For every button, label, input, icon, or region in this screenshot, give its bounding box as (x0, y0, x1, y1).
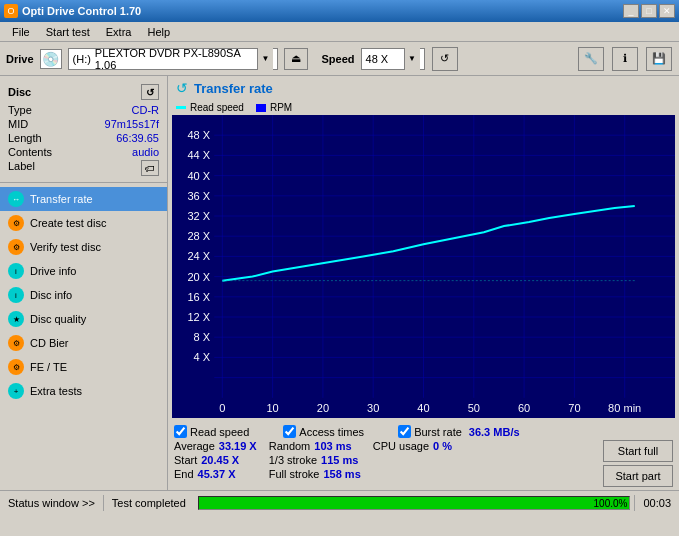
eject-button[interactable]: ⏏ (284, 48, 308, 70)
main-content: Disc ↺ Type CD-R MID 97m15s17f Length 66… (0, 76, 679, 490)
random-label: Random (269, 440, 311, 452)
menu-help[interactable]: Help (139, 24, 178, 40)
drive-select-group: (H:) PLEXTOR DVDR PX-L890SA 1.06 ▼ (68, 48, 278, 70)
disc-length-label: Length (8, 132, 42, 144)
cpu-value: 0 % (433, 440, 452, 452)
minimize-button[interactable]: _ (623, 4, 639, 18)
toolbar: Drive 💿 (H:) PLEXTOR DVDR PX-L890SA 1.06… (0, 42, 679, 76)
svg-text:70: 70 (568, 402, 580, 414)
sidebar-item-fe-te[interactable]: ⚙ FE / TE (0, 355, 167, 379)
status-window-button[interactable]: Status window >> (0, 495, 104, 511)
drive-icon: 💿 (40, 49, 62, 69)
svg-text:20: 20 (317, 402, 329, 414)
info-button[interactable]: ℹ (612, 47, 638, 71)
maximize-button[interactable]: □ (641, 4, 657, 18)
random-row: Random 103 ms (269, 440, 361, 452)
read-speed-checkbox[interactable] (174, 425, 187, 438)
progress-bar: 100.0% (198, 496, 631, 510)
svg-text:8 X: 8 X (194, 331, 211, 343)
refresh-button[interactable]: ↺ (432, 47, 458, 71)
svg-text:36 X: 36 X (187, 190, 210, 202)
speed-dropdown[interactable]: 48 X ▼ (361, 48, 425, 70)
sidebar-item-create-test-disc[interactable]: ⚙ Create test disc (0, 211, 167, 235)
cd-bier-icon: ⚙ (8, 335, 24, 351)
svg-text:44 X: 44 X (187, 149, 210, 161)
menu-extra[interactable]: Extra (98, 24, 140, 40)
disc-mid-row: MID 97m15s17f (8, 118, 159, 130)
disc-mid-value: 97m15s17f (105, 118, 159, 130)
stats-checkboxes-row: Read speed Access times Burst rate 36.3 … (174, 425, 673, 438)
sidebar-item-disc-quality[interactable]: ★ Disc quality (0, 307, 167, 331)
stroke1-row: 1/3 stroke 115 ms (269, 454, 361, 466)
fe-te-icon: ⚙ (8, 359, 24, 375)
average-label: Average (174, 440, 215, 452)
sidebar-item-cd-bier[interactable]: ⚙ CD Bier (0, 331, 167, 355)
create-test-disc-icon: ⚙ (8, 215, 24, 231)
menu-start-test[interactable]: Start test (38, 24, 98, 40)
drive-dropdown[interactable]: (H:) PLEXTOR DVDR PX-L890SA 1.06 ▼ (68, 48, 278, 70)
stroke1-value: 115 ms (321, 454, 358, 466)
disc-contents-value: audio (132, 146, 159, 158)
disc-label-label: Label (8, 160, 35, 176)
start-full-button[interactable]: Start full (603, 440, 673, 462)
sidebar-item-extra-tests[interactable]: + Extra tests (0, 379, 167, 403)
chart-legend: Read speed RPM (168, 100, 679, 115)
stats-buttons: Start full Start part (603, 440, 673, 487)
disc-mid-label: MID (8, 118, 28, 130)
svg-text:0: 0 (219, 402, 225, 414)
svg-text:50: 50 (468, 402, 480, 414)
disc-refresh-button[interactable]: ↺ (141, 84, 159, 100)
status-bar: Status window >> Test completed 100.0% 0… (0, 490, 679, 514)
speed-dropdown-arrow[interactable]: ▼ (404, 48, 420, 70)
chart-area: 48 X 44 X 40 X 36 X 32 X 28 X 24 X 20 X … (172, 115, 675, 418)
sidebar-item-transfer-rate[interactable]: ↔ Transfer rate (0, 187, 167, 211)
svg-text:40: 40 (417, 402, 429, 414)
transfer-rate-icon: ↔ (8, 191, 24, 207)
svg-text:30: 30 (367, 402, 379, 414)
extra-tests-icon: + (8, 383, 24, 399)
access-times-checkbox-group: Access times (283, 425, 364, 438)
svg-text:80 min: 80 min (608, 402, 641, 414)
disc-label-icon[interactable]: 🏷 (141, 160, 159, 176)
close-button[interactable]: ✕ (659, 4, 675, 18)
settings-button[interactable]: 🔧 (578, 47, 604, 71)
progress-percent: 100.0% (594, 497, 628, 511)
stats-column-1: Average 33.19 X Start 20.45 X End 45.37 … (174, 440, 257, 487)
stats-column-2: Random 103 ms 1/3 stroke 115 ms Full str… (269, 440, 361, 487)
app-icon: O (4, 4, 18, 18)
full-stroke-value: 158 ms (323, 468, 360, 480)
legend-rpm: RPM (256, 102, 292, 113)
end-value: 45.37 X (198, 468, 236, 480)
save-button[interactable]: 💾 (646, 47, 672, 71)
legend-read-speed: Read speed (176, 102, 244, 113)
end-row: End 45.37 X (174, 468, 257, 480)
svg-text:48 X: 48 X (187, 129, 210, 141)
svg-text:16 X: 16 X (187, 291, 210, 303)
full-stroke-label: Full stroke (269, 468, 320, 480)
sidebar-item-disc-info[interactable]: i Disc info (0, 283, 167, 307)
menu-file[interactable]: File (4, 24, 38, 40)
progress-fill (199, 497, 630, 509)
start-label: Start (174, 454, 197, 466)
cpu-label: CPU usage (373, 440, 429, 452)
burst-rate-checkbox-group: Burst rate 36.3 MB/s (398, 425, 519, 438)
average-row: Average 33.19 X (174, 440, 257, 452)
start-part-button[interactable]: Start part (603, 465, 673, 487)
chart-refresh-icon: ↺ (176, 80, 188, 96)
start-row: Start 20.45 X (174, 454, 257, 466)
random-value: 103 ms (314, 440, 351, 452)
svg-text:32 X: 32 X (187, 210, 210, 222)
burst-rate-checkbox[interactable] (398, 425, 411, 438)
sidebar-item-drive-info[interactable]: i Drive info (0, 259, 167, 283)
drive-info-icon: i (8, 263, 24, 279)
sidebar-item-verify-test-disc[interactable]: ⚙ Verify test disc (0, 235, 167, 259)
title-bar: O Opti Drive Control 1.70 _ □ ✕ (0, 0, 679, 22)
disc-header-label: Disc (8, 86, 31, 98)
svg-text:40 X: 40 X (187, 170, 210, 182)
drive-label: Drive (6, 53, 34, 65)
stats-bar: Read speed Access times Burst rate 36.3 … (168, 422, 679, 490)
burst-rate-value: 36.3 MB/s (469, 426, 520, 438)
time-display: 00:03 (634, 495, 679, 511)
access-times-checkbox[interactable] (283, 425, 296, 438)
drive-dropdown-arrow[interactable]: ▼ (257, 48, 272, 70)
